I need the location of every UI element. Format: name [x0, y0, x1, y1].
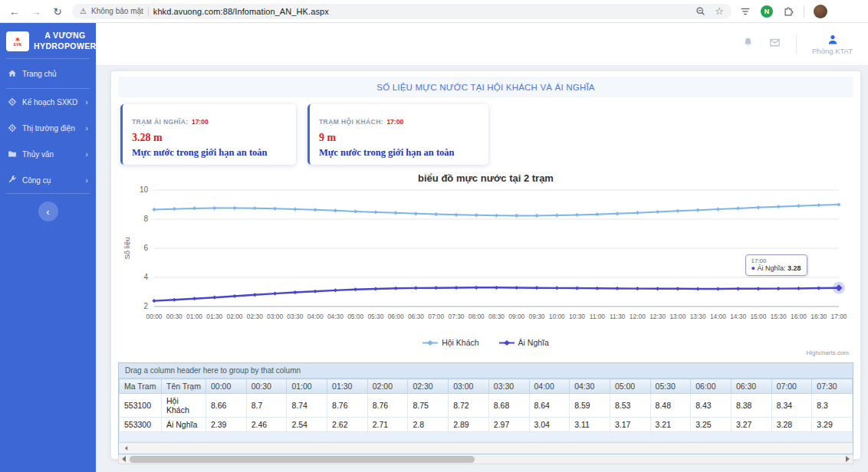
- data-point[interactable]: [736, 287, 740, 290]
- data-point[interactable]: [272, 291, 276, 295]
- data-point[interactable]: [434, 286, 438, 290]
- data-point[interactable]: [676, 287, 679, 290]
- data-point[interactable]: [756, 287, 760, 290]
- table-row[interactable]: 553100Hội Khách8.668.78.748.768.768.758.…: [120, 394, 853, 418]
- data-point[interactable]: [252, 206, 256, 210]
- data-point[interactable]: [776, 287, 780, 290]
- column-header[interactable]: 04:00: [529, 379, 570, 394]
- data-point[interactable]: [413, 211, 417, 215]
- table-row[interactable]: 553300Ái Nghĩa2.392.462.542.622.712.82.8…: [120, 418, 853, 432]
- data-point[interactable]: [232, 206, 236, 210]
- column-header[interactable]: 05:30: [650, 379, 691, 394]
- data-point[interactable]: [393, 211, 397, 215]
- data-point[interactable]: [494, 286, 498, 290]
- scroll-right-icon[interactable]: [846, 456, 850, 462]
- column-header[interactable]: 03:30: [488, 379, 529, 394]
- data-point[interactable]: [313, 290, 317, 293]
- data-point[interactable]: [615, 211, 619, 215]
- data-point[interactable]: [615, 287, 619, 290]
- sidebar-item-0[interactable]: Trang chủ: [0, 61, 96, 87]
- grid-group-panel[interactable]: Drag a column header here to group by th…: [119, 363, 853, 379]
- horizontal-scrollbar[interactable]: [118, 454, 853, 464]
- grid-scroll-left-icon[interactable]: [125, 446, 128, 451]
- data-point[interactable]: [595, 212, 599, 216]
- column-header[interactable]: 06:30: [731, 379, 771, 394]
- mail-icon[interactable]: [769, 37, 781, 51]
- data-point[interactable]: [776, 205, 780, 208]
- data-point[interactable]: [393, 287, 397, 290]
- scrollbar-thumb[interactable]: [130, 456, 475, 463]
- data-point[interactable]: [192, 206, 196, 210]
- data-point[interactable]: [796, 287, 800, 290]
- forward-icon[interactable]: →: [29, 5, 43, 18]
- data-point[interactable]: [494, 214, 498, 218]
- data-point[interactable]: [454, 213, 458, 217]
- data-point[interactable]: [515, 286, 518, 290]
- column-header[interactable]: 07:00: [771, 379, 812, 394]
- data-point[interactable]: [695, 208, 699, 212]
- bell-icon[interactable]: [742, 37, 754, 51]
- data-point[interactable]: [152, 208, 156, 211]
- data-point[interactable]: [333, 208, 337, 212]
- data-point[interactable]: [252, 293, 256, 297]
- data-point[interactable]: [232, 294, 236, 298]
- data-point[interactable]: [635, 287, 639, 290]
- data-point[interactable]: [474, 286, 478, 290]
- legend-item-0[interactable]: Hội Khách: [422, 338, 478, 347]
- sidebar-item-4[interactable]: Công cụ›: [0, 167, 96, 193]
- data-point[interactable]: [353, 209, 357, 213]
- data-point[interactable]: [313, 208, 317, 211]
- column-header[interactable]: 07:30: [812, 379, 853, 394]
- data-point[interactable]: [756, 205, 760, 209]
- user-menu[interactable]: Phòng KTAT: [812, 34, 853, 55]
- column-header[interactable]: 02:30: [408, 379, 449, 394]
- data-point[interactable]: [554, 213, 558, 217]
- column-header[interactable]: 00:30: [246, 379, 287, 394]
- data-point[interactable]: [434, 212, 438, 216]
- data-point[interactable]: [574, 213, 578, 217]
- data-point[interactable]: [715, 287, 719, 290]
- url-bar[interactable]: ⚠ Không bảo mật khkd.avuong.com:88/Infom…: [72, 4, 732, 19]
- data-point[interactable]: [293, 207, 297, 211]
- data-point[interactable]: [192, 297, 196, 300]
- column-header[interactable]: 03:00: [449, 379, 489, 394]
- reload-icon[interactable]: ↻: [51, 5, 64, 18]
- data-point[interactable]: [515, 214, 518, 218]
- column-header[interactable]: Tên Trạm: [162, 379, 206, 394]
- column-header[interactable]: 00:00: [206, 379, 247, 394]
- n-extension-icon[interactable]: N: [761, 5, 773, 18]
- column-header[interactable]: Ma Tram: [120, 379, 162, 394]
- scroll-left-icon[interactable]: [122, 456, 126, 462]
- column-header[interactable]: 05:00: [610, 379, 650, 394]
- extensions-puzzle-icon[interactable]: [782, 5, 794, 18]
- data-point[interactable]: [272, 207, 276, 211]
- data-point[interactable]: [373, 210, 377, 214]
- sidebar-item-1[interactable]: Kế hoạch SXKD›: [0, 89, 96, 115]
- data-point[interactable]: [817, 203, 820, 207]
- data-point[interactable]: [796, 204, 800, 208]
- data-point[interactable]: [212, 296, 216, 300]
- data-point[interactable]: [474, 213, 478, 217]
- zoom-out-icon[interactable]: [695, 5, 707, 18]
- data-point[interactable]: [736, 206, 740, 210]
- data-point[interactable]: [293, 290, 297, 294]
- data-point[interactable]: [333, 288, 337, 292]
- data-point[interactable]: [212, 206, 216, 210]
- column-header[interactable]: 01:30: [327, 379, 368, 394]
- column-header[interactable]: 04:30: [570, 379, 610, 394]
- data-point[interactable]: [454, 286, 458, 290]
- data-point[interactable]: [373, 287, 377, 290]
- data-point[interactable]: [715, 207, 719, 211]
- sidebar-item-3[interactable]: Thủy văn›: [0, 141, 96, 167]
- back-icon[interactable]: ←: [8, 5, 21, 18]
- data-point[interactable]: [695, 287, 699, 290]
- profile-avatar[interactable]: [814, 5, 827, 18]
- column-header[interactable]: 06:00: [691, 379, 732, 394]
- data-point[interactable]: [817, 286, 820, 290]
- data-point[interactable]: [656, 210, 659, 214]
- data-point[interactable]: [595, 287, 599, 290]
- data-point[interactable]: [837, 202, 840, 206]
- data-point[interactable]: [676, 209, 679, 213]
- sidebar-item-2[interactable]: Thị trường điện›: [0, 115, 96, 141]
- data-point[interactable]: [656, 287, 659, 290]
